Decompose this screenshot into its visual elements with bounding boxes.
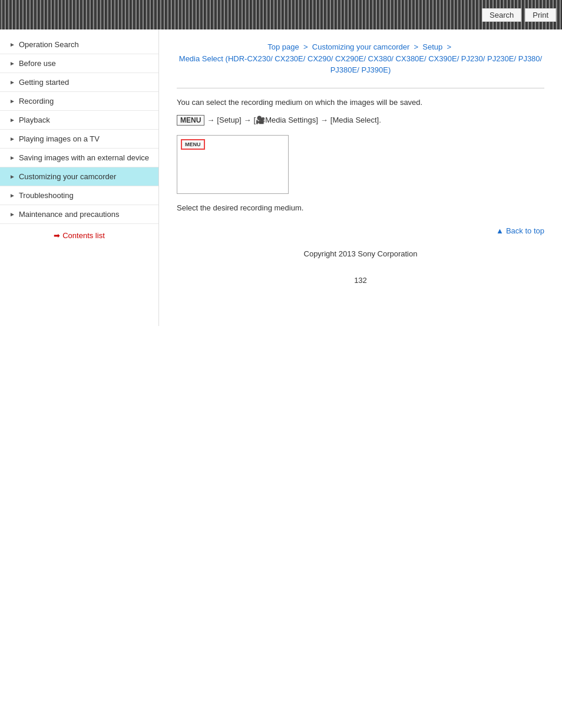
arrow-icon: ► — [9, 211, 15, 218]
footer-bar: ▲ Back to top — [177, 224, 544, 238]
description-text: You can select the recording medium on w… — [177, 98, 544, 107]
arrow-icon: ► — [9, 136, 15, 142]
arrow-icon: ► — [9, 117, 15, 123]
arrow-icon: ► — [9, 79, 15, 85]
contents-list-label: Contents list — [62, 231, 105, 240]
select-text: Select the desired recording medium. — [177, 203, 544, 212]
sidebar-item-label: Playback — [19, 116, 153, 124]
back-to-top-label: Back to top — [506, 226, 544, 235]
back-to-top-link[interactable]: ▲ Back to top — [496, 226, 544, 235]
arrow-2: → — [244, 116, 252, 124]
sidebar-item-label: Before use — [19, 59, 153, 68]
main-content: Top page > Customizing your camcorder > … — [159, 29, 562, 326]
breadcrumb-setup[interactable]: Setup — [422, 42, 442, 51]
contents-list-link[interactable]: ➡ Contents list — [0, 224, 158, 247]
layout: ► Operation Search ► Before use ► Gettin… — [0, 29, 562, 326]
breadcrumb-top-page[interactable]: Top page — [267, 42, 299, 51]
media-select-label: [Media Select]. — [330, 116, 381, 124]
sidebar-item-operation-search[interactable]: ► Operation Search — [0, 35, 158, 54]
sidebar-item-label: Maintenance and precautions — [19, 210, 153, 219]
breadcrumb-media-select[interactable]: Media Select (HDR-CX230/ CX230E/ CX290/ … — [179, 54, 542, 75]
breadcrumb: Top page > Customizing your camcorder > … — [177, 41, 544, 76]
arrow-icon: ► — [9, 173, 15, 180]
screenshot-box: MENU — [177, 135, 289, 194]
setup-label: [Setup] — [217, 116, 241, 124]
divider — [177, 88, 544, 88]
arrow-icon: ► — [9, 154, 15, 161]
sidebar-item-playing-images[interactable]: ► Playing images on a TV — [0, 130, 158, 149]
arrow-icon: ► — [9, 41, 15, 48]
menu-key: MENU — [177, 115, 204, 126]
sidebar-item-label: Getting started — [19, 78, 153, 87]
sidebar-item-recording[interactable]: ► Recording — [0, 92, 158, 111]
sidebar-item-getting-started[interactable]: ► Getting started — [0, 73, 158, 92]
sidebar-item-troubleshooting[interactable]: ► Troubleshooting — [0, 186, 158, 205]
sidebar-item-label: Troubleshooting — [19, 191, 153, 200]
arrow-right-icon: ➡ — [54, 231, 60, 240]
page-number: 132 — [177, 276, 544, 308]
header: Search Print — [0, 0, 562, 29]
sidebar-item-label: Customizing your camcorder — [19, 172, 153, 181]
sidebar-item-saving-images[interactable]: ► Saving images with an external device — [0, 149, 158, 167]
arrow-icon: ► — [9, 192, 15, 199]
menu-button-image: MENU — [181, 139, 205, 150]
arrow-icon: ► — [9, 98, 15, 104]
sidebar-item-before-use[interactable]: ► Before use — [0, 54, 158, 73]
sidebar-item-label: Recording — [19, 97, 153, 106]
arrow-icon: ► — [9, 60, 15, 67]
triangle-up-icon: ▲ — [496, 226, 504, 235]
copyright-text: Copyright 2013 Sony Corporation — [177, 249, 544, 258]
search-button[interactable]: Search — [482, 8, 521, 22]
sidebar: ► Operation Search ► Before use ► Gettin… — [0, 29, 159, 326]
arrow-3: → — [320, 116, 328, 124]
sidebar-item-playback[interactable]: ► Playback — [0, 111, 158, 130]
sidebar-item-label: Playing images on a TV — [19, 134, 153, 143]
media-settings-label: [🎥Media Settings] — [254, 116, 318, 124]
sidebar-item-label: Operation Search — [19, 40, 153, 49]
sidebar-item-maintenance[interactable]: ► Maintenance and precautions — [0, 205, 158, 224]
arrow-1: → — [207, 116, 214, 124]
sidebar-item-customizing[interactable]: ► Customizing your camcorder — [0, 167, 158, 186]
print-button[interactable]: Print — [525, 8, 556, 22]
breadcrumb-customizing[interactable]: Customizing your camcorder — [312, 42, 409, 51]
menu-path: MENU → [Setup] → [🎥Media Settings] → [Me… — [177, 115, 544, 126]
sidebar-item-label: Saving images with an external device — [19, 153, 153, 162]
